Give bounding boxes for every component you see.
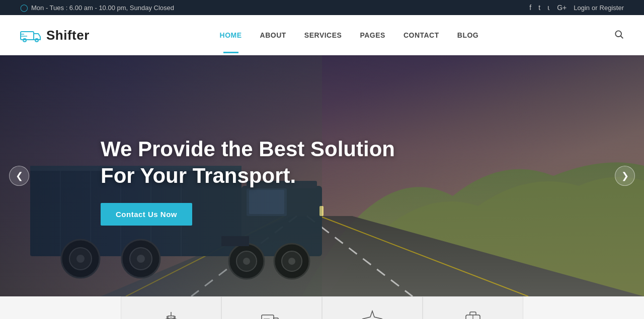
- service-card-sea[interactable]: [121, 296, 221, 319]
- search-button[interactable]: [609, 29, 624, 42]
- nav-link-blog[interactable]: BLOG: [448, 17, 488, 53]
- hero-section: We Provide the Best Solution For Your Tr…: [0, 55, 644, 296]
- logo[interactable]: Shifter: [20, 28, 90, 43]
- search-icon: [614, 29, 624, 39]
- instagram-icon[interactable]: ɩ: [547, 4, 550, 12]
- contact-us-now-button[interactable]: Contact Us Now: [101, 203, 192, 226]
- nav-links: HOME ABOUT SERVICES PAGES CONTACT BLOG: [211, 17, 488, 53]
- ship-icon: [159, 307, 183, 319]
- luggage-icon: [461, 307, 485, 319]
- hero-title: We Provide the Best Solution For Your Tr…: [101, 136, 395, 189]
- nav-link-pages[interactable]: PAGES: [351, 17, 394, 53]
- chevron-right-icon: ❯: [621, 170, 629, 181]
- delivery-truck-icon: [260, 307, 284, 319]
- facebook-icon[interactable]: f: [529, 4, 531, 12]
- clock-icon: ◯: [20, 4, 28, 12]
- svg-rect-40: [262, 315, 274, 319]
- svg-line-4: [621, 36, 623, 38]
- svg-rect-0: [21, 32, 34, 40]
- nav-link-home[interactable]: HOME: [211, 17, 251, 53]
- social-icons: f t ɩ G+: [529, 4, 567, 12]
- service-card-luggage[interactable]: [423, 296, 523, 319]
- nav-item-services[interactable]: SERVICES: [295, 17, 351, 53]
- logo-text: Shifter: [46, 28, 90, 43]
- nav-link-about[interactable]: ABOUT: [251, 17, 295, 53]
- login-link[interactable]: Login: [574, 4, 590, 12]
- service-icons-row: [0, 296, 644, 319]
- carousel-prev-button[interactable]: ❮: [9, 166, 29, 186]
- nav-item-blog[interactable]: BLOG: [448, 17, 488, 53]
- nav-item-about[interactable]: ABOUT: [251, 17, 295, 53]
- hero-content: We Provide the Best Solution For Your Tr…: [0, 126, 395, 226]
- service-card-road[interactable]: [221, 296, 322, 319]
- chevron-left-icon: ❮: [16, 170, 23, 181]
- nav-item-home[interactable]: HOME: [211, 17, 251, 53]
- register-link[interactable]: Register: [600, 4, 624, 12]
- airplane-icon: [360, 307, 384, 319]
- nav-link-contact[interactable]: CONTACT: [394, 17, 448, 53]
- auth-links: Login or Register: [574, 4, 624, 12]
- svg-point-3: [615, 31, 621, 37]
- logo-truck-icon: [20, 28, 41, 43]
- top-bar-hours: ◯ Mon - Tues : 6.00 am - 10.00 pm, Sunda…: [20, 4, 174, 12]
- top-bar-right: f t ɩ G+ Login or Register: [529, 4, 624, 12]
- nav-link-services[interactable]: SERVICES: [295, 17, 351, 53]
- navbar: Shifter HOME ABOUT SERVICES PAGES CONTAC…: [0, 15, 644, 55]
- top-bar: ◯ Mon - Tues : 6.00 am - 10.00 pm, Sunda…: [0, 0, 644, 15]
- twitter-icon[interactable]: t: [538, 4, 540, 12]
- carousel-next-button[interactable]: ❯: [615, 166, 635, 186]
- nav-item-contact[interactable]: CONTACT: [394, 17, 448, 53]
- googleplus-icon[interactable]: G+: [557, 4, 567, 12]
- auth-separator: or: [592, 4, 598, 12]
- nav-item-pages[interactable]: PAGES: [351, 17, 394, 53]
- service-card-air[interactable]: [322, 296, 423, 319]
